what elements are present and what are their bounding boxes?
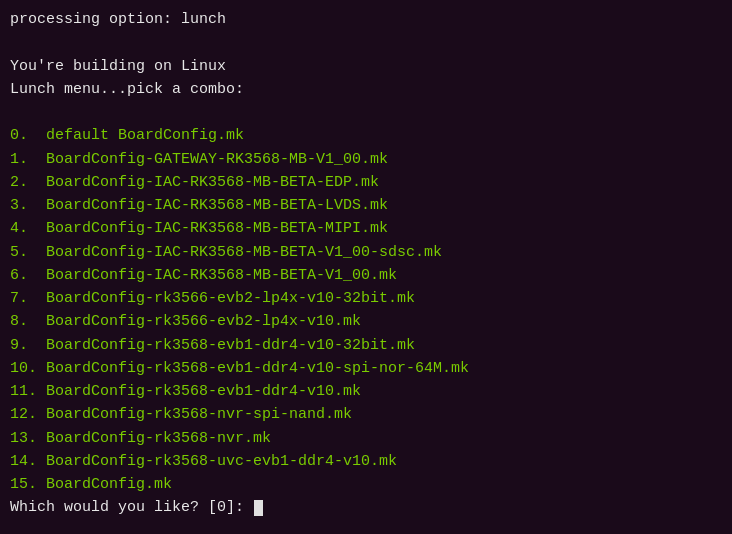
lunch-menu-line: Lunch menu...pick a combo: (10, 78, 722, 101)
menu-item-13: 13. BoardConfig-rk3568-nvr.mk (10, 427, 722, 450)
menu-item-3: 3. BoardConfig-IAC-RK3568-MB-BETA-LVDS.m… (10, 194, 722, 217)
menu-item-11: 11. BoardConfig-rk3568-evb1-ddr4-v10.mk (10, 380, 722, 403)
menu-item-10: 10. BoardConfig-rk3568-evb1-ddr4-v10-spi… (10, 357, 722, 380)
menu-item-6: 6. BoardConfig-IAC-RK3568-MB-BETA-V1_00.… (10, 264, 722, 287)
terminal-cursor (254, 500, 263, 516)
blank-line-1 (10, 31, 722, 54)
menu-item-7: 7. BoardConfig-rk3566-evb2-lp4x-v10-32bi… (10, 287, 722, 310)
menu-item-2: 2. BoardConfig-IAC-RK3568-MB-BETA-EDP.mk (10, 171, 722, 194)
menu-item-1: 1. BoardConfig-GATEWAY-RK3568-MB-V1_00.m… (10, 148, 722, 171)
blank-line-2 (10, 101, 722, 124)
menu-item-5: 5. BoardConfig-IAC-RK3568-MB-BETA-V1_00-… (10, 241, 722, 264)
menu-item-4: 4. BoardConfig-IAC-RK3568-MB-BETA-MIPI.m… (10, 217, 722, 240)
building-on-line: You're building on Linux (10, 55, 722, 78)
menu-item-8: 8. BoardConfig-rk3566-evb2-lp4x-v10.mk (10, 310, 722, 333)
menu-item-12: 12. BoardConfig-rk3568-nvr-spi-nand.mk (10, 403, 722, 426)
menu-item-0: 0. default BoardConfig.mk (10, 124, 722, 147)
prompt-text: Which would you like? [0]: (10, 496, 253, 519)
prompt-line[interactable]: Which would you like? [0]: (10, 496, 722, 519)
processing-line: processing option: lunch (10, 8, 722, 31)
menu-item-14: 14. BoardConfig-rk3568-uvc-evb1-ddr4-v10… (10, 450, 722, 473)
terminal-window: processing option: lunch You're building… (0, 0, 732, 534)
menu-item-9: 9. BoardConfig-rk3568-evb1-ddr4-v10-32bi… (10, 334, 722, 357)
menu-item-15: 15. BoardConfig.mk (10, 473, 722, 496)
